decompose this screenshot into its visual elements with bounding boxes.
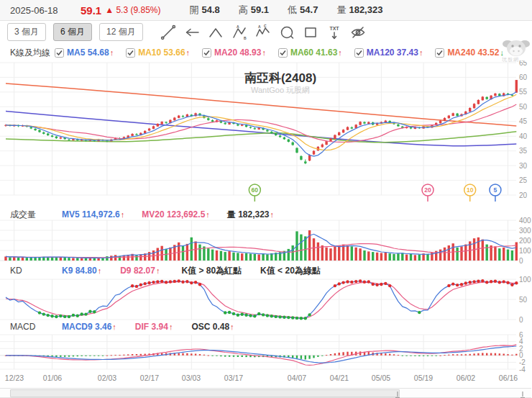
- hide-drawings-tool-icon[interactable]: [349, 23, 367, 42]
- checkbox-icon[interactable]: [55, 48, 64, 58]
- quote-date: 2025-06-18: [10, 5, 72, 16]
- ma-toggle-MA10[interactable]: MA10 53.66↑: [126, 48, 190, 58]
- up-arrow-icon: ↑: [112, 322, 116, 331]
- svg-text:5: 5: [494, 186, 497, 194]
- kd-legend-items: K9 84.80↑D9 82.07↑: [62, 266, 160, 276]
- x-tick-label: 05/19: [414, 374, 433, 382]
- up-arrow-icon: ↑: [169, 322, 173, 331]
- up-arrow-icon: ↑: [262, 48, 266, 57]
- up-arrow-icon: ↑: [338, 48, 342, 57]
- x-tick-label: 03/17: [224, 374, 243, 382]
- x-tick-label: 02/17: [140, 374, 159, 382]
- checkbox-icon[interactable]: [278, 48, 288, 58]
- svg-text:50: 50: [519, 296, 528, 304]
- volume-bars: [4, 230, 518, 261]
- x-tick-label: 12/23: [5, 374, 24, 382]
- ma-badge-60: 60: [249, 184, 260, 202]
- svg-text:65: 65: [519, 60, 528, 67]
- chart-scrollbar[interactable]: [0, 388, 531, 398]
- svg-text:25: 25: [519, 176, 528, 184]
- ma-legend-row: K線及均線 MA5 54.68↑MA10 53.66↑MA20 48.93↑MA…: [0, 45, 532, 60]
- ma-legend-items: MA5 54.68↑MA10 53.66↑MA20 48.93↑MA60 41.…: [55, 48, 504, 58]
- svg-text:30: 30: [519, 162, 528, 170]
- scrollbar-left-handle-icon[interactable]: [394, 389, 401, 397]
- period-button-6個月[interactable]: 6 個月: [53, 23, 92, 41]
- ellipse-tool-icon[interactable]: [278, 23, 296, 42]
- quote-field: 量182,323: [336, 4, 382, 15]
- x-tick-label: 05/05: [372, 374, 390, 382]
- svg-text:55: 55: [519, 88, 528, 96]
- scrollbar-right-handle-icon[interactable]: [519, 389, 526, 397]
- trend-line-tool-icon[interactable]: [159, 23, 178, 42]
- svg-text:4: 4: [519, 338, 523, 345]
- kd-note: K值 < 20為綠點: [260, 265, 321, 277]
- x-tick-label: 01/06: [43, 374, 62, 382]
- ma-toggle-MA5[interactable]: MA5 54.68↑: [55, 48, 114, 58]
- checkbox-icon[interactable]: [435, 48, 444, 58]
- indicator-value-OSC: OSC 0.48↑: [191, 322, 234, 332]
- svg-text:10: 10: [467, 186, 474, 194]
- d-line: [6, 281, 516, 317]
- x-tick-label: 04/07: [288, 374, 306, 382]
- checkbox-icon[interactable]: [202, 48, 211, 58]
- ohlv-fields: 開54.8高59.1低54.7量182,323: [170, 4, 382, 17]
- up-arrow-icon: ▲: [105, 5, 114, 15]
- svg-text:20: 20: [424, 186, 431, 194]
- svg-text:40: 40: [519, 132, 528, 140]
- quote-field: 低54.7: [288, 4, 318, 15]
- rectangle-tool-icon[interactable]: [301, 23, 320, 42]
- up-arrow-icon: ↑: [419, 48, 423, 57]
- ma-badge-10: 10: [464, 184, 476, 202]
- quote-field: 高59.1: [239, 4, 269, 15]
- abc-pattern-tool-icon[interactable]: AB: [230, 23, 249, 42]
- ma-toggle-MA120[interactable]: MA120 37.43↑: [354, 48, 423, 58]
- svg-text:60: 60: [252, 186, 259, 194]
- abcd-pattern-tool-icon[interactable]: AC: [254, 23, 272, 42]
- checkbox-icon[interactable]: [354, 48, 364, 58]
- svg-text:35: 35: [519, 147, 528, 155]
- horizontal-ray-tool-icon[interactable]: [183, 23, 201, 42]
- indicator-value-MACD9: MACD9 3.46↑: [62, 322, 116, 332]
- svg-text:100: 100: [519, 276, 531, 284]
- kd-legend-row: KD K9 84.80↑D9 82.07↑ K值 > 80為紅點K值 < 20為…: [0, 265, 532, 276]
- svg-text:C: C: [264, 24, 267, 28]
- candlestick-chart[interactable]: 202530354045505560656020105南亞科(2408)Want…: [0, 60, 532, 209]
- up-arrow-icon: ↑: [186, 48, 191, 57]
- ma-badge-5: 5: [490, 184, 501, 202]
- angle-tool-icon[interactable]: [206, 23, 225, 42]
- ma-toggle-MA240[interactable]: MA240 43.52↓: [435, 48, 504, 58]
- up-arrow-icon: ↑: [156, 266, 160, 275]
- svg-text:45: 45: [519, 117, 528, 125]
- svg-text:-2: -2: [519, 358, 526, 366]
- macd-legend-items: MACD9 3.46↑DIF 3.94↑OSC 0.48↑: [62, 322, 234, 332]
- drawing-tools: ABACTXT: [159, 23, 372, 42]
- volume-chart[interactable]: 0100200300400: [0, 216, 532, 265]
- text-tool-icon[interactable]: TXT: [325, 23, 344, 42]
- period-button-3個月[interactable]: 3 個月: [7, 23, 46, 41]
- svg-text:2: 2: [519, 345, 523, 353]
- x-tick-label: 03/03: [182, 374, 201, 382]
- svg-text:6: 6: [519, 331, 523, 339]
- up-arrow-icon: ↑: [110, 48, 114, 57]
- x-axis-labels: 12/2301/0602/0302/1703/0303/1704/0704/21…: [0, 374, 532, 384]
- watermark: WantGoo 玩股網: [251, 86, 310, 94]
- chart-toolbar: 3 個月6 個月12 個月 ABACTXT: [0, 21, 532, 43]
- macd-legend-title: MACD: [10, 322, 62, 332]
- period-button-12個月[interactable]: 12 個月: [99, 23, 143, 41]
- ma-toggle-MA20[interactable]: MA20 48.93↑: [202, 48, 266, 58]
- checkbox-icon[interactable]: [126, 48, 135, 58]
- macd-chart[interactable]: -4-20246: [0, 331, 532, 373]
- quote-header: 2025-06-18 59.1 ▲ 5.3 (9.85%) 開54.8高59.1…: [0, 0, 532, 21]
- kd-chart[interactable]: 050100: [0, 276, 532, 322]
- svg-text:100: 100: [519, 247, 531, 255]
- svg-text:0: 0: [519, 257, 523, 265]
- ma-toggle-MA60[interactable]: MA60 41.63↑: [278, 48, 342, 58]
- kd-legend-title: KD: [10, 266, 62, 276]
- up-arrow-icon: ↑: [230, 322, 234, 331]
- scrollbar-thumb[interactable]: [10, 389, 400, 397]
- kd-notes: K值 > 80為紅點K值 < 20為綠點: [181, 265, 320, 277]
- ma5-line: [6, 92, 516, 157]
- indicator-value-DIF: DIF 3.94↑: [135, 322, 173, 332]
- chart-title: 南亞科(2408): [244, 71, 316, 85]
- svg-text:0: 0: [519, 351, 523, 359]
